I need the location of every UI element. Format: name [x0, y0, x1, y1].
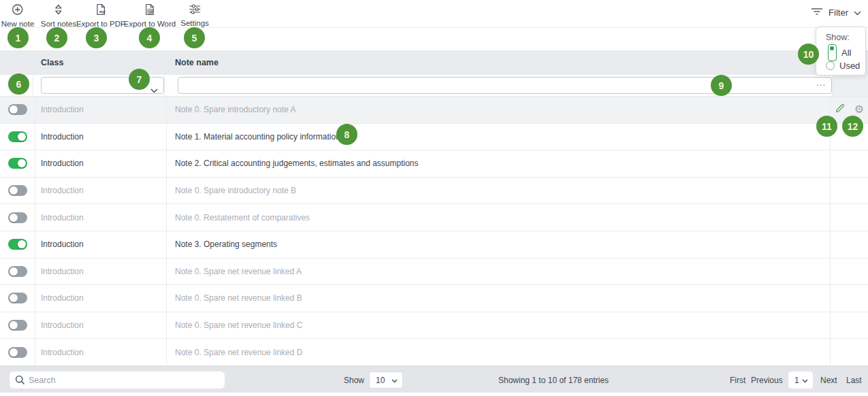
row-actions: [831, 178, 868, 204]
settings-label: Settings: [180, 19, 209, 27]
toggle-cell: [0, 339, 35, 365]
row-enabled-toggle[interactable]: [8, 131, 27, 142]
row-enabled-toggle[interactable]: [8, 320, 27, 331]
filter-panel: Show: All Used: [816, 27, 866, 76]
row-actions: [831, 204, 868, 231]
chevron-down-icon: [854, 7, 861, 18]
row-class: Introduction: [35, 124, 167, 150]
row-actions: [831, 285, 868, 312]
filter-button[interactable]: Filter: [811, 7, 861, 18]
table-row[interactable]: IntroductionNote 3. Operating segments: [0, 231, 868, 259]
row-note: Note 0. Spare net revenue linked A: [167, 259, 831, 285]
radio-all-icon[interactable]: [828, 44, 837, 61]
table-row[interactable]: IntroductionNote 0. Restatement of compa…: [0, 204, 868, 231]
footer: Show 10 Showing 1 to 10 of 178 entries F…: [0, 366, 868, 393]
toggle-knob-icon: [18, 240, 26, 248]
pagination-previous[interactable]: Previous: [751, 376, 783, 385]
page-number-select[interactable]: 1: [788, 372, 813, 389]
row-enabled-toggle[interactable]: [8, 293, 27, 303]
table-row[interactable]: IntroductionNote 0. Spare net revenue li…: [0, 285, 868, 312]
table-row[interactable]: IntroductionNote 0. Spare introductory n…: [0, 97, 868, 124]
new-note-button[interactable]: New note: [1, 3, 35, 28]
row-note: Note 3. Operating segments: [167, 231, 831, 258]
gear-icon[interactable]: ⚙: [854, 104, 864, 115]
export-word-button[interactable]: W Export to Word: [124, 3, 176, 28]
toggle-knob-icon: [10, 186, 18, 195]
toggle-cell: [0, 124, 35, 150]
edit-pencil-icon[interactable]: [835, 103, 846, 116]
filter-icon: [811, 7, 823, 18]
row-enabled-toggle[interactable]: [8, 212, 27, 223]
annotation-badge-7: 7: [129, 69, 150, 90]
filter-option-all[interactable]: All: [826, 46, 865, 59]
row-enabled-toggle[interactable]: [8, 347, 27, 358]
pagination-last[interactable]: Last: [846, 376, 862, 385]
annotation-badge-10: 10: [798, 44, 819, 65]
entries-summary: Showing 1 to 10 of 178 entries: [498, 376, 609, 385]
svg-text:PDF: PDF: [99, 11, 106, 14]
pdf-file-icon: PDF: [95, 3, 107, 18]
row-note: Note 0. Restatement of comparatives: [167, 204, 831, 231]
row-class: Introduction: [35, 178, 167, 204]
toggle-knob-icon: [18, 159, 26, 167]
row-actions: [831, 339, 868, 365]
toggle-knob-icon: [10, 348, 18, 357]
table-row[interactable]: IntroductionNote 0. Spare net revenue li…: [0, 312, 868, 340]
radio-used-icon[interactable]: [826, 61, 835, 70]
row-enabled-toggle[interactable]: [8, 185, 27, 196]
sort-notes-label: Sort notes: [41, 20, 76, 28]
header-toggle-column: [0, 50, 35, 75]
toggle-cell: [0, 204, 35, 231]
toggle-cell: [0, 259, 35, 285]
row-note: Note 0. Spare net revenue linked D: [167, 339, 831, 365]
pagination-next[interactable]: Next: [820, 376, 837, 385]
row-note: Note 2. Critical accounting judgements, …: [167, 150, 831, 177]
toolbar: New note Sort notes PDF Export to PDF W …: [0, 0, 868, 28]
row-class: Introduction: [35, 97, 167, 123]
header-note-name-column: Note name: [167, 50, 831, 75]
toggle-knob-icon: [10, 214, 18, 222]
annotation-badge-6: 6: [8, 73, 29, 95]
plus-circle-icon: [12, 3, 24, 18]
filter-option-used[interactable]: Used: [826, 59, 865, 72]
row-class: Introduction: [35, 231, 167, 258]
table-row[interactable]: IntroductionNote 0. Spare net revenue li…: [0, 339, 868, 366]
row-enabled-toggle[interactable]: [8, 239, 27, 250]
filter-more-button[interactable]: ...: [816, 78, 826, 88]
sort-notes-button[interactable]: Sort notes: [41, 3, 76, 28]
row-note: Note 0. Spare net revenue linked C: [167, 312, 831, 339]
table-row[interactable]: IntroductionNote 0. Spare net revenue li…: [0, 259, 868, 286]
search-box: [10, 372, 225, 389]
row-enabled-toggle[interactable]: [8, 158, 27, 169]
header-class-column: Class: [35, 50, 167, 75]
search-input[interactable]: [10, 372, 225, 389]
annotation-badge-9: 9: [711, 75, 732, 96]
toggle-cell: [0, 150, 35, 177]
row-class: Introduction: [35, 150, 167, 177]
svg-text:W: W: [148, 10, 152, 14]
note-name-filter-input[interactable]: [178, 77, 832, 94]
toggle-cell: [0, 312, 35, 339]
export-pdf-button[interactable]: PDF Export to PDF: [76, 3, 125, 28]
notes-manager-screen: New note Sort notes PDF Export to PDF W …: [0, 0, 868, 396]
annotation-badge-1: 1: [7, 27, 29, 48]
row-enabled-toggle[interactable]: [8, 266, 27, 277]
export-pdf-label: Export to PDF: [76, 20, 125, 28]
row-enabled-toggle[interactable]: [8, 104, 27, 115]
page-size-select[interactable]: 10: [369, 372, 403, 389]
table-row[interactable]: IntroductionNote 1. Material accounting …: [0, 124, 868, 151]
row-class: Introduction: [35, 339, 167, 365]
chevron-down-icon: [391, 376, 398, 385]
row-class: Introduction: [35, 312, 167, 339]
toggle-cell: [0, 178, 35, 204]
pagination-first[interactable]: First: [730, 376, 745, 385]
row-note: Note 0. Spare net revenue linked B: [167, 285, 831, 312]
table-row[interactable]: IntroductionNote 0. Spare introductory n…: [0, 178, 868, 205]
note-rows: IntroductionNote 0. Spare introductory n…: [0, 97, 868, 366]
toggle-cell: [0, 97, 35, 123]
table-row[interactable]: IntroductionNote 2. Critical accounting …: [0, 150, 868, 178]
chevron-down-icon: [802, 376, 808, 385]
row-actions: [831, 312, 868, 339]
annotation-badge-4: 4: [139, 27, 160, 48]
settings-button[interactable]: Settings: [180, 3, 209, 27]
